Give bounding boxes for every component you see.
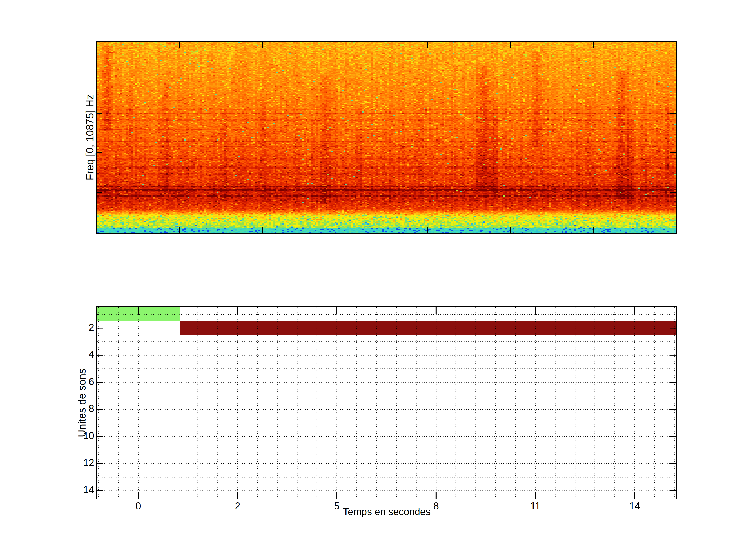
axis-tick bbox=[262, 42, 263, 48]
x-tick-label: 14 bbox=[629, 501, 640, 512]
axis-tick bbox=[510, 42, 511, 48]
axis-tick bbox=[97, 153, 102, 153]
axis-tick bbox=[670, 192, 676, 193]
sound-units-axes bbox=[97, 306, 677, 499]
x-tick-label: 5 bbox=[334, 501, 339, 512]
x-tick-label: 8 bbox=[433, 501, 439, 512]
axis-tick bbox=[593, 42, 594, 48]
figure-window: { "spectrogram": { "ylabel": "Freq [0, 1… bbox=[0, 0, 747, 560]
axis-tick bbox=[97, 113, 102, 114]
axis-tick bbox=[97, 192, 102, 193]
axis-tick bbox=[345, 227, 345, 233]
axis-tick bbox=[345, 42, 345, 48]
axis-tick bbox=[670, 153, 676, 153]
grid-and-ticks-overlay bbox=[97, 307, 676, 499]
axis-tick bbox=[97, 74, 102, 74]
x-tick-label: 11 bbox=[530, 501, 540, 512]
axis-tick bbox=[428, 42, 428, 48]
axis-tick bbox=[510, 227, 511, 233]
sound-units-y-axis-label: Unites de sons bbox=[76, 369, 88, 437]
axis-tick bbox=[593, 227, 594, 233]
axis-tick bbox=[179, 227, 180, 233]
y-tick-label: 4 bbox=[73, 349, 94, 360]
axis-tick bbox=[262, 227, 263, 233]
axis-tick bbox=[179, 42, 180, 48]
spectrogram-y-axis-label: Freq [0, 10875] Hz bbox=[84, 95, 96, 180]
x-axis-label: Temps en secondes bbox=[343, 506, 431, 517]
axis-tick bbox=[670, 74, 676, 74]
y-tick-label: 2 bbox=[73, 322, 94, 333]
y-tick-label: 14 bbox=[73, 484, 94, 496]
axis-tick bbox=[670, 113, 676, 114]
y-tick-label: 12 bbox=[73, 457, 94, 469]
x-tick-label: 0 bbox=[135, 501, 141, 512]
x-tick-label: 2 bbox=[235, 501, 240, 512]
spectrogram-image bbox=[97, 42, 676, 233]
axis-tick bbox=[428, 227, 428, 233]
spectrogram-axes bbox=[96, 41, 677, 234]
